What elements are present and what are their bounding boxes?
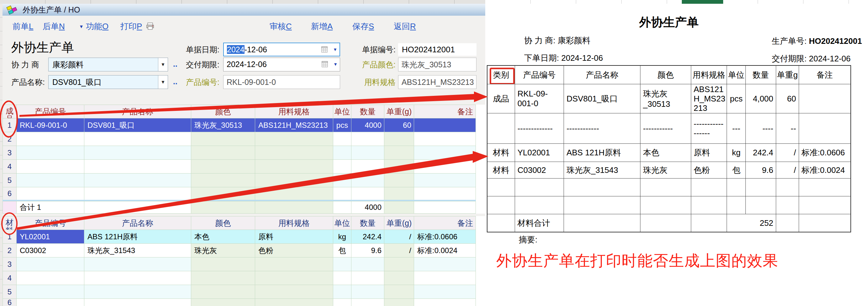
save-button[interactable]: 保存S: [352, 16, 374, 37]
grid-cell[interactable]: [351, 299, 384, 306]
grid-cell[interactable]: [191, 299, 255, 306]
grid-cell[interactable]: 色粉: [255, 244, 333, 258]
grid-cell[interactable]: [191, 258, 255, 271]
grid-column-header[interactable]: 数量: [351, 216, 384, 230]
grid-cell[interactable]: 标准:0.0606: [414, 230, 476, 244]
printer-icon[interactable]: [146, 23, 154, 31]
grid-cell[interactable]: [384, 258, 414, 271]
grid-cell[interactable]: [255, 187, 333, 200]
next-doc-button[interactable]: 后单N: [43, 16, 65, 37]
grid-cell[interactable]: [191, 187, 255, 200]
grid-cell[interactable]: RKL-09-001-0: [17, 118, 84, 132]
grid-cell[interactable]: [384, 285, 414, 299]
grid-column-header[interactable]: 数量: [351, 105, 384, 118]
grid-cell[interactable]: 珠光灰: [191, 244, 255, 258]
grid-cell[interactable]: [333, 258, 351, 271]
grid-cell[interactable]: [384, 299, 414, 306]
grid-column-header[interactable]: 备注: [414, 216, 476, 230]
grid-cell[interactable]: 珠光灰_31543: [84, 244, 191, 258]
grid-cell[interactable]: [17, 160, 84, 173]
grid-cell[interactable]: [333, 187, 351, 200]
grid-cell[interactable]: [84, 160, 191, 173]
grid-cell[interactable]: [414, 271, 476, 285]
grid-cell[interactable]: [255, 173, 333, 187]
grid-cell[interactable]: [414, 146, 476, 160]
deliver-date-input[interactable]: 2024-12-06 ▼: [223, 58, 340, 71]
grid-column-header[interactable]: 产品名称: [84, 216, 191, 230]
grid-column-header[interactable]: 产品编号: [17, 105, 84, 118]
grid-cell[interactable]: [191, 271, 255, 285]
grid-cell[interactable]: [414, 173, 476, 187]
grid-cell[interactable]: [384, 187, 414, 200]
audit-button[interactable]: 审核C: [270, 16, 292, 37]
grid-cell[interactable]: [255, 258, 333, 271]
add-button[interactable]: 新增A: [311, 16, 333, 37]
grid-cell[interactable]: [351, 160, 384, 173]
grid-cell[interactable]: [414, 258, 476, 271]
grid-cell[interactable]: [333, 132, 351, 146]
grid-cell[interactable]: [191, 173, 255, 187]
grid-cell[interactable]: [84, 258, 191, 271]
grid-cell[interactable]: DSV801_吸口: [84, 118, 191, 132]
grid-cell[interactable]: [84, 271, 191, 285]
grid-cell[interactable]: [333, 146, 351, 160]
grid-cell[interactable]: [255, 271, 333, 285]
grid-cell[interactable]: ABS121H_MS23213: [255, 118, 333, 132]
grid-cell[interactable]: [384, 160, 414, 173]
row-number[interactable]: 2: [3, 132, 17, 146]
grid-cell[interactable]: [84, 146, 191, 160]
grid-cell[interactable]: [255, 160, 333, 173]
grid-cell[interactable]: [333, 271, 351, 285]
grid-cell[interactable]: [191, 160, 255, 173]
function-menu-button[interactable]: 功能O: [86, 16, 108, 37]
grid-cell[interactable]: pcs: [333, 118, 351, 132]
grid-cell[interactable]: [384, 271, 414, 285]
return-button[interactable]: 返回R: [394, 16, 416, 37]
grid-cell[interactable]: ABS 121H原料: [84, 230, 191, 244]
grid-cell[interactable]: [351, 285, 384, 299]
grid-cell[interactable]: [384, 146, 414, 160]
calendar-icon[interactable]: [321, 61, 329, 68]
grid-cell[interactable]: C03002: [17, 244, 84, 258]
grid-cell[interactable]: [84, 132, 191, 146]
grid-cell[interactable]: [84, 285, 191, 299]
grid-cell[interactable]: 标准:0.0024: [414, 244, 476, 258]
grid-cell[interactable]: [255, 299, 333, 306]
chevron-down-icon[interactable]: ▼: [158, 58, 168, 71]
grid-cell[interactable]: [414, 118, 476, 132]
grid-cell[interactable]: [17, 271, 84, 285]
grid-column-header[interactable]: 单重(g): [384, 216, 414, 230]
grid-cell[interactable]: [255, 132, 333, 146]
grid-column-header[interactable]: 单位: [333, 216, 351, 230]
grid-cell[interactable]: [351, 132, 384, 146]
grid-cell[interactable]: 9.6: [351, 244, 384, 258]
supplier-combobox[interactable]: 康彩颜料 ▼: [48, 58, 168, 71]
grid-cell[interactable]: /: [384, 230, 414, 244]
grid-cell[interactable]: [414, 160, 476, 173]
chevron-down-icon[interactable]: ▼: [158, 75, 168, 89]
grid-cell[interactable]: [333, 160, 351, 173]
grid-column-header[interactable]: 产品编号: [17, 216, 84, 230]
grid-cell[interactable]: [191, 132, 255, 146]
calendar-icon[interactable]: [321, 46, 328, 53]
grid-cell[interactable]: [17, 258, 84, 271]
grid-cell[interactable]: [414, 132, 476, 146]
row-number[interactable]: 6: [3, 187, 17, 200]
row-number[interactable]: 2: [3, 244, 17, 258]
grid-cell[interactable]: [384, 132, 414, 146]
row-number[interactable]: 1: [3, 230, 17, 244]
grid-cell[interactable]: [351, 187, 384, 200]
grid-cell[interactable]: 4000: [351, 118, 384, 132]
grid-cell[interactable]: 本色: [191, 230, 255, 244]
grid-cell[interactable]: 珠光灰_30513: [191, 118, 255, 132]
grid-cell[interactable]: [17, 173, 84, 187]
grid-cell[interactable]: [414, 299, 476, 306]
grid-cell[interactable]: 60: [384, 118, 414, 132]
doc-date-input[interactable]: 2024-12-06 ▼: [223, 43, 340, 56]
grid-cell[interactable]: [255, 285, 333, 299]
grid-cell[interactable]: /: [384, 244, 414, 258]
grid-cell[interactable]: [351, 146, 384, 160]
grid-cell[interactable]: [17, 146, 84, 160]
print-button[interactable]: 打印P: [120, 16, 142, 37]
row-number[interactable]: 6: [3, 299, 17, 306]
